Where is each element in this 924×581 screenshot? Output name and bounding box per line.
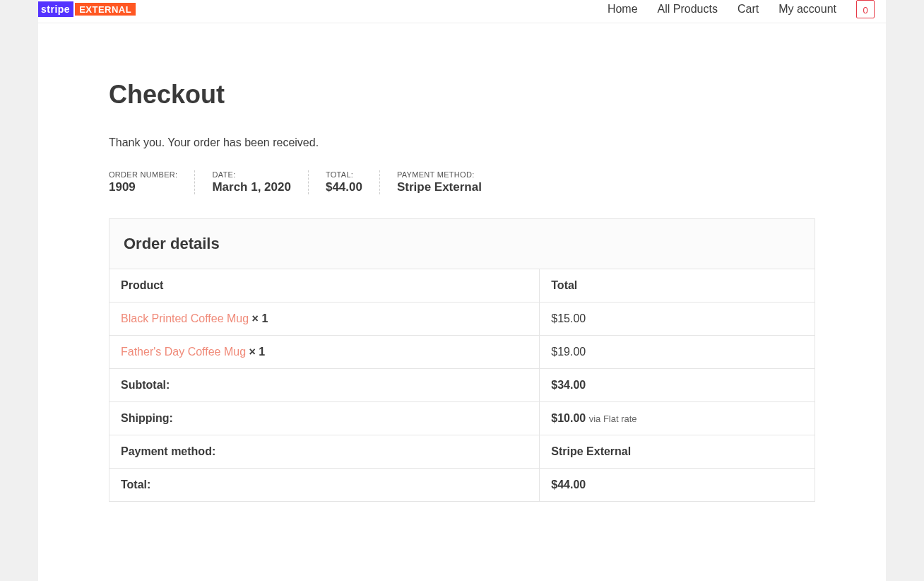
site-logo[interactable]: stripe EXTERNAL: [38, 1, 137, 17]
table-row-total: Total: $44.00: [109, 469, 815, 502]
meta-order-number: ORDER NUMBER: 1909: [109, 170, 195, 194]
meta-total: TOTAL: $44.00: [326, 170, 380, 194]
table-row-subtotal: Subtotal: $34.00: [109, 369, 815, 402]
product-qty: × 1: [252, 312, 268, 324]
table-row: Black Printed Coffee Mug × 1 $15.00: [109, 303, 815, 336]
meta-label: ORDER NUMBER:: [109, 170, 177, 179]
subtotal-value: $34.00: [540, 369, 815, 402]
meta-value: $44.00: [326, 180, 362, 194]
meta-label: DATE:: [212, 170, 291, 179]
meta-label: TOTAL:: [326, 170, 362, 179]
logo-part-external: EXTERNAL: [73, 1, 137, 17]
order-meta-row: ORDER NUMBER: 1909 DATE: March 1, 2020 T…: [109, 170, 815, 194]
table-header-row: Product Total: [109, 269, 815, 303]
meta-value: 1909: [109, 180, 177, 194]
cart-count-badge[interactable]: 0: [856, 0, 875, 18]
shipping-cost: $10.00: [551, 412, 586, 424]
order-details-table: Product Total Black Printed Coffee Mug ×…: [109, 269, 815, 501]
page-wrapper: stripe EXTERNAL Home All Products Cart M…: [38, 0, 886, 581]
main-nav: Home All Products Cart My account 0: [608, 0, 886, 18]
product-total: $19.00: [540, 336, 815, 369]
meta-value: Stripe External: [397, 180, 482, 194]
total-value: $44.00: [540, 469, 815, 502]
logo-part-stripe: stripe: [38, 1, 74, 17]
meta-payment-method: PAYMENT METHOD: Stripe External: [397, 170, 482, 194]
order-details-heading: Order details: [109, 219, 815, 269]
subtotal-label: Subtotal:: [109, 369, 540, 402]
product-cell: Father's Day Coffee Mug × 1: [109, 336, 540, 369]
nav-all-products[interactable]: All Products: [658, 3, 718, 16]
shipping-value-cell: $10.00 via Flat rate: [540, 402, 815, 435]
total-label: Total:: [109, 469, 540, 502]
table-row-payment: Payment method: Stripe External: [109, 435, 815, 469]
meta-label: PAYMENT METHOD:: [397, 170, 482, 179]
nav-my-account[interactable]: My account: [778, 3, 836, 16]
meta-date: DATE: March 1, 2020: [212, 170, 309, 194]
product-total: $15.00: [540, 303, 815, 336]
site-header: stripe EXTERNAL Home All Products Cart M…: [38, 0, 886, 23]
shipping-label: Shipping:: [109, 402, 540, 435]
payment-label: Payment method:: [109, 435, 540, 469]
meta-value: March 1, 2020: [212, 180, 291, 194]
shipping-note: via Flat rate: [589, 413, 637, 424]
product-cell: Black Printed Coffee Mug × 1: [109, 303, 540, 336]
page-title: Checkout: [109, 80, 815, 110]
main-content: Checkout Thank you. Your order has been …: [38, 23, 886, 581]
product-qty: × 1: [249, 346, 266, 358]
order-details-box: Order details Product Total Black Printe…: [109, 218, 815, 502]
product-link[interactable]: Black Printed Coffee Mug: [121, 312, 249, 324]
product-link[interactable]: Father's Day Coffee Mug: [121, 346, 246, 358]
col-header-product: Product: [109, 269, 540, 303]
table-row-shipping: Shipping: $10.00 via Flat rate: [109, 402, 815, 435]
nav-home[interactable]: Home: [608, 3, 638, 16]
nav-cart[interactable]: Cart: [738, 3, 759, 16]
col-header-total: Total: [540, 269, 815, 303]
table-row: Father's Day Coffee Mug × 1 $19.00: [109, 336, 815, 369]
payment-value: Stripe External: [540, 435, 815, 469]
thankyou-message: Thank you. Your order has been received.: [109, 136, 815, 149]
